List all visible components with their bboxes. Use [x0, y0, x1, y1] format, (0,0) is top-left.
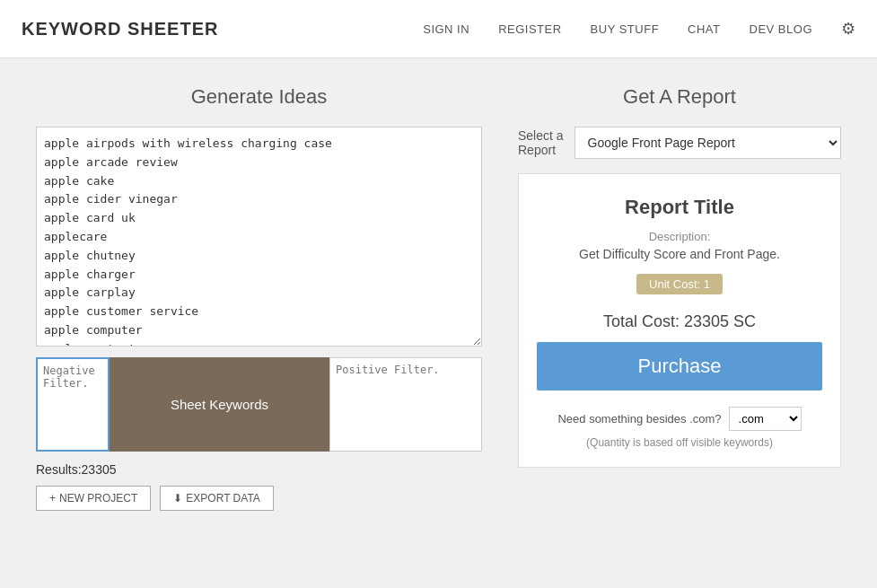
sheet-keywords-label: Sheet Keywords [171, 397, 268, 412]
quantity-note: (Quantity is based off visible keywords) [537, 436, 822, 449]
total-cost: Total Cost: 23305 SC [537, 312, 822, 331]
unit-cost-badge: Unit Cost: 1 [636, 274, 723, 294]
negative-filter-input[interactable] [36, 357, 110, 452]
purchase-button[interactable]: Purchase [537, 342, 822, 391]
export-data-button[interactable]: ⬇ EXPORT DATA [160, 486, 273, 511]
report-description-label: Description: [537, 230, 822, 243]
right-panel: Get A Report Select aReport Google Front… [518, 85, 841, 511]
positive-filter-input[interactable] [329, 357, 482, 452]
select-report-label: Select aReport [518, 128, 564, 157]
results-count: Results:23305 [36, 462, 482, 477]
navigation: SIGN IN REGISTER BUY STUFF CHAT DEV BLOG… [423, 19, 855, 39]
nav-chat[interactable]: CHAT [688, 22, 720, 36]
download-icon: ⬇ [173, 492, 182, 505]
report-card-title: Report Title [537, 196, 822, 219]
domain-row: Need something besides .com? .com .co.uk… [537, 407, 822, 431]
report-select[interactable]: Google Front Page Report Keyword Difficu… [574, 127, 841, 159]
export-data-label: EXPORT DATA [186, 492, 259, 505]
new-project-label: NEW PROJECT [59, 492, 137, 505]
logo: KEYWORD SHEETER [22, 19, 218, 39]
action-buttons: + NEW PROJECT ⬇ EXPORT DATA [36, 486, 482, 511]
generate-ideas-title: Generate Ideas [36, 85, 482, 109]
settings-icon[interactable]: ⚙ [841, 19, 855, 39]
nav-register[interactable]: REGISTER [498, 22, 561, 36]
domain-label: Need something besides .com? [557, 412, 721, 426]
plus-icon: + [49, 492, 56, 505]
report-card: Report Title Description: Get Difficulty… [518, 173, 841, 468]
domain-select[interactable]: .com .co.uk .com.au [729, 407, 802, 431]
nav-sign-in[interactable]: SIGN IN [423, 22, 469, 36]
report-selector-row: Select aReport Google Front Page Report … [518, 127, 841, 159]
report-description-text: Get Difficulty Score and Front Page. [537, 247, 822, 261]
main-content: Generate Ideas apple airpods with wirele… [0, 58, 877, 538]
get-report-title: Get A Report [518, 85, 841, 109]
sheet-keywords-button[interactable]: Sheet Keywords [110, 357, 329, 452]
left-panel: Generate Ideas apple airpods with wirele… [36, 85, 482, 511]
nav-dev-blog[interactable]: DEV BLOG [750, 22, 812, 36]
header: KEYWORD SHEETER SIGN IN REGISTER BUY STU… [0, 0, 877, 58]
nav-buy-stuff[interactable]: BUY STUFF [591, 22, 660, 36]
keywords-textarea[interactable]: apple airpods with wireless charging cas… [36, 127, 482, 347]
filter-row: Sheet Keywords [36, 357, 482, 452]
new-project-button[interactable]: + NEW PROJECT [36, 486, 151, 511]
